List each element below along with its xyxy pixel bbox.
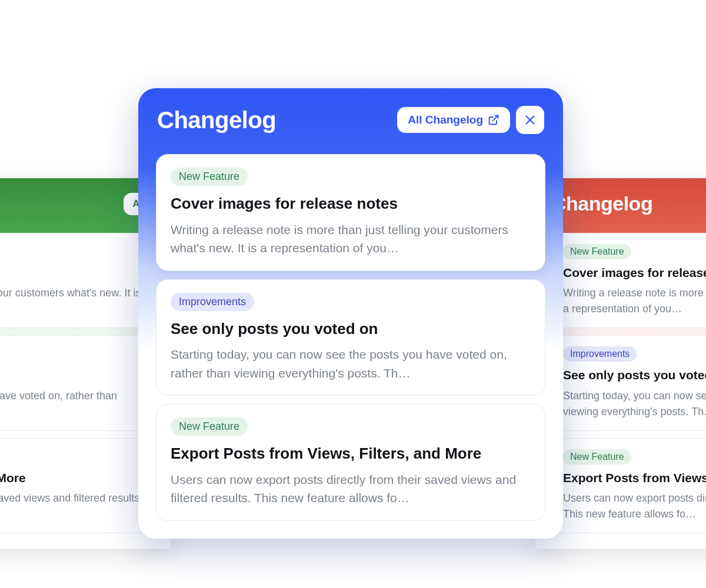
header-actions: All Changelog	[397, 106, 544, 134]
entry-title: Cover images for release notes	[0, 265, 143, 280]
entry-body: Writing a release note is more than just…	[0, 285, 143, 317]
entry-title: Cover images for release notes	[563, 265, 706, 280]
entry-title: See only posts you voted on	[171, 319, 531, 339]
entry-body: Starting today, you can now see the post…	[563, 388, 706, 420]
changelog-entry[interactable]: New Feature Export Posts from Views, Fil…	[551, 438, 706, 533]
badge-improvements: Improvements	[563, 346, 637, 362]
entries-list: New Feature Cover images for release not…	[138, 154, 563, 539]
changelog-entry[interactable]: Improvements See only posts you voted on…	[0, 335, 155, 430]
entry-title: Export Posts from Views, Filters, and Mo…	[171, 444, 531, 463]
entry-title: Cover images for release notes	[171, 194, 531, 213]
changelog-panel-blue: Changelog All Changelog New Feature Cove	[138, 88, 563, 539]
entry-title: See only posts you voted on	[563, 368, 706, 383]
changelog-entry[interactable]: New Feature Export Posts from Views, Fil…	[156, 404, 545, 521]
badge-new-feature: New Feature	[171, 168, 248, 186]
close-icon	[524, 113, 537, 126]
entry-body: Users can now export posts directly from…	[171, 470, 531, 507]
entry-body: Users can now export posts directly from…	[0, 490, 143, 522]
panel-title: Changelog	[552, 192, 652, 215]
entry-body: Writing a release note is more than just…	[563, 285, 706, 317]
entry-title: See only posts you voted on	[0, 368, 143, 383]
entry-title: Export Posts from Views, Filters, and Mo…	[0, 470, 143, 486]
svg-line-0	[492, 116, 498, 121]
close-button[interactable]	[516, 106, 544, 134]
panel-header: Changelog All Changelog	[138, 88, 563, 154]
changelog-entry[interactable]: New Feature Cover images for release not…	[0, 233, 155, 328]
changelog-entry[interactable]: New Feature Export Posts from Views, Fil…	[0, 438, 155, 533]
changelog-entry[interactable]: New Feature Cover images for release not…	[156, 154, 545, 271]
entry-body: Starting today, you can now see the post…	[0, 388, 143, 420]
badge-improvements: Improvements	[171, 293, 254, 311]
entry-body: Users can now export posts directly from…	[563, 490, 706, 522]
panel-title: Changelog	[157, 107, 276, 133]
entry-body: Starting today, you can now see the post…	[171, 345, 531, 382]
entry-title: Export Posts from Views, Filters, and Mo…	[563, 470, 706, 486]
entry-body: Writing a release note is more than just…	[171, 220, 531, 258]
all-changelog-button[interactable]: All Changelog	[397, 107, 510, 133]
changelog-entry[interactable]: New Feature Cover images for release not…	[551, 233, 706, 328]
badge-new-feature: New Feature	[171, 417, 248, 436]
changelog-entry[interactable]: Improvements See only posts you voted on…	[551, 335, 706, 430]
badge-new-feature: New Feature	[563, 449, 631, 465]
all-changelog-label: All Changelog	[408, 113, 483, 126]
external-link-icon	[488, 114, 499, 126]
badge-new-feature: New Feature	[563, 244, 631, 259]
changelog-entry[interactable]: Improvements See only posts you voted on…	[156, 279, 545, 396]
